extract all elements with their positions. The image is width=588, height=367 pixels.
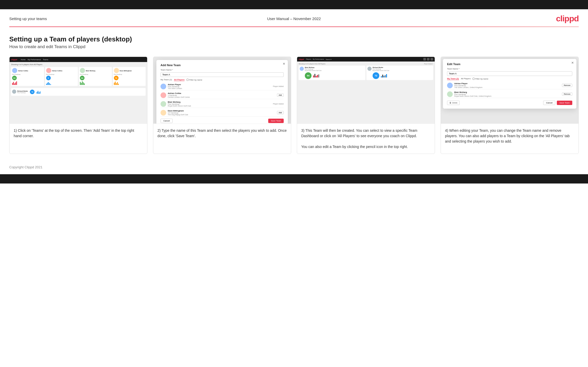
- mock-topbar-1: clippd Home My Performance Teams: [10, 57, 147, 62]
- mock-info-ac: Adrian Coliba 1 Handicap Central London …: [168, 92, 275, 98]
- mock-av-ap: [161, 84, 166, 89]
- mock-avatar-5: [12, 90, 16, 94]
- mock-nav-1: Home My Performance Teams: [21, 59, 48, 60]
- mock-player-row-5: Richard Butler Plus Handicap 72: [11, 88, 146, 96]
- card-3-text: 3) This Team will then be created. You c…: [297, 124, 435, 154]
- mock-add-team-dialog: Add New Team ✕ Team Name * My Team (2) A…: [156, 60, 288, 124]
- mock-dash-nav-3: Players My Performance Teams ▾: [306, 58, 331, 60]
- mock-player-card-4: Dave Billingham Plus Handicap 78: [113, 67, 146, 86]
- mock-filter-1: Showing 4 of 4 players from All Players: [11, 64, 146, 65]
- card-4-text: 4) When editing your Team, you can chang…: [441, 124, 578, 154]
- mock-footer-4: 🗑 Delete Cancel Save Team: [447, 101, 572, 105]
- mock-avatar-4: [114, 68, 119, 73]
- mock-teamname-input-2[interactable]: [161, 72, 284, 77]
- mock-app-1: clippd Home My Performance Teams Showing…: [10, 57, 147, 124]
- mock-edit-row-ap: Adrian Player Plus Handicap The Shire Lo…: [447, 82, 572, 89]
- page-title: Setting up a Team of players (desktop): [9, 35, 579, 43]
- mock-footer-2: Cancel Save Team: [161, 119, 284, 123]
- mock-remove-btn-bm[interactable]: Remove: [562, 92, 572, 96]
- mock-dash-topbar-3: clippd Players My Performance Teams ▾: [297, 57, 435, 62]
- mock-add-btn-db[interactable]: Add: [277, 111, 284, 114]
- mock-cancel-btn-2[interactable]: Cancel: [161, 119, 173, 123]
- mock-avatar-2: [46, 68, 51, 73]
- mock-save-btn-4[interactable]: Save Team: [557, 101, 572, 105]
- mock-icon-1: [423, 58, 426, 60]
- filter-checkbox-4[interactable]: [473, 78, 475, 80]
- mock-player-card-1: Adrian Coliba Plus Handicap 84: [11, 67, 44, 86]
- card-3-screenshot: clippd Players My Performance Teams ▾: [297, 57, 435, 124]
- mock-dialog-close-4[interactable]: ✕: [571, 61, 574, 65]
- mock-dash-body-3: Showing 2 of 2 players from All Players …: [297, 62, 435, 82]
- card-1-text: 1) Click on 'Teams' at the top of the sc…: [10, 124, 147, 154]
- card-1: clippd Home My Performance Teams Showing…: [9, 57, 147, 154]
- mock-player-row-ap: Adrian Player Plus Handicap The Shire Lo…: [161, 83, 284, 90]
- mock-dash-score1: 94: [305, 72, 312, 79]
- mock-added-bm: Player Added: [273, 103, 284, 105]
- card-1-screenshot: clippd Home My Performance Teams Showing…: [10, 57, 147, 124]
- mock-teamname-label-4: Team Name *: [447, 68, 572, 70]
- card-4-screenshot: Edit Team ✕ Team Name * My Team (2) All …: [441, 57, 578, 124]
- mock-dash-info2: Richard Butler Plus Handicap Royal North…: [373, 67, 432, 79]
- mock-dialog-close-2[interactable]: ✕: [283, 62, 285, 66]
- mock-dash-filter-3: Showing 2 of 2 players from All Players …: [299, 63, 433, 65]
- header-section-label: Setting up your teams: [9, 16, 47, 21]
- header-document-title: User Manual – November 2022: [267, 16, 321, 21]
- page-subtitle: How to create and edit Teams in Clippd: [9, 44, 579, 49]
- mock-edit-row-bm: Blair McHarg Plus Handicap Royal North D…: [447, 90, 572, 98]
- mock-team-dash-3: clippd Players My Performance Teams ▾: [297, 57, 435, 124]
- main-content: Setting up a Team of players (desktop) H…: [0, 27, 588, 154]
- mock-added-ap: Player Added: [273, 85, 284, 87]
- mock-save-btn-2[interactable]: Save Team: [268, 119, 284, 123]
- mock-teamname-input-4[interactable]: [447, 71, 572, 76]
- mock-icons-3: [423, 58, 433, 60]
- mock-player-row-bm: Blair McHarg Plus Handicap Royal North D…: [161, 100, 284, 108]
- mock-av-db: [161, 110, 166, 116]
- mock-dash-bars2: [381, 72, 387, 77]
- mock-avatar-1: [12, 68, 17, 73]
- mock-edit-team-dialog: Edit Team ✕ Team Name * My Team (2) All …: [443, 59, 576, 109]
- mock-delete-btn-4[interactable]: 🗑 Delete: [447, 101, 460, 105]
- mock-player-row-ac: Adrian Coliba 1 Handicap Central London …: [161, 91, 284, 99]
- mock-edit-info-ap: Adrian Player Plus Handicap The Shire Lo…: [454, 82, 560, 88]
- mock-score-4: 78: [114, 76, 119, 80]
- mock-add-btn-ac[interactable]: Add: [277, 93, 284, 97]
- mock-dash-score-wrap2: 72: [373, 72, 432, 79]
- mock-dash-p2: Richard Butler Plus Handicap Royal North…: [366, 66, 433, 80]
- mock-dash-av1: [300, 67, 304, 71]
- mock-edit-av-ap: [447, 83, 453, 88]
- cards-row: clippd Home My Performance Teams Showing…: [9, 57, 579, 154]
- mock-dash-score2: 72: [373, 72, 379, 79]
- mock-dash-info1: Blair McHarg Plus Handicap Royal North D…: [305, 67, 364, 79]
- mock-edit-player-list: Adrian Player Plus Handicap The Shire Lo…: [447, 82, 572, 98]
- mock-content-1: Showing 4 of 4 players from All Players …: [10, 62, 147, 97]
- trash-icon: 🗑: [449, 102, 451, 104]
- filter-checkbox[interactable]: [187, 79, 189, 81]
- mock-info-ap: Adrian Player Plus Handicap The Shire Lo…: [168, 83, 271, 89]
- card-2: Add New Team ✕ Team Name * My Team (2) A…: [153, 57, 291, 154]
- mock-players-grid-1: Adrian Coliba Plus Handicap 84: [11, 67, 146, 86]
- clippd-logo: clippd: [556, 14, 579, 23]
- mock-dialog-title-4: Edit Team: [447, 63, 572, 66]
- mock-av-bm: [161, 101, 166, 107]
- copyright-text: Copyright Clippd 2021: [9, 165, 43, 169]
- mock-dash-av2: [367, 67, 372, 71]
- mock-avatar-3: [80, 68, 85, 73]
- mock-score-5: 72: [30, 90, 35, 94]
- mock-remove-btn-ap[interactable]: Remove: [562, 84, 572, 87]
- mock-logo-1: clippd: [11, 58, 17, 61]
- mock-player-card-3: Blair McHarg Plus Handicap 94: [79, 67, 112, 86]
- mock-dash-score-wrap1: 94: [305, 72, 364, 79]
- mock-footer-actions-4: Cancel Save Team: [543, 101, 572, 105]
- mock-dialog-title-2: Add New Team: [161, 64, 284, 67]
- mock-dialog-tabs-4: My Team (2) All Players Filter by name: [447, 77, 572, 80]
- mock-player-card-2: Adrian Collins Plus Handicap 0: [45, 67, 78, 86]
- mock-dialog-tabs-2: My Team (2) All Players Filter by name: [161, 78, 284, 81]
- footer: Copyright Clippd 2021: [0, 160, 588, 174]
- card-2-text: 2) Type the name of this Team and then s…: [153, 124, 291, 154]
- mock-edit-av-bm: [447, 91, 453, 97]
- mock-cancel-btn-4[interactable]: Cancel: [543, 101, 555, 105]
- mock-info-db: Dave Billingham 3.5 Handicap The Dog Maj…: [168, 110, 275, 116]
- mock-icon-3: [431, 58, 433, 60]
- card-3: clippd Players My Performance Teams ▾: [297, 57, 435, 154]
- bottom-bar: [0, 174, 588, 183]
